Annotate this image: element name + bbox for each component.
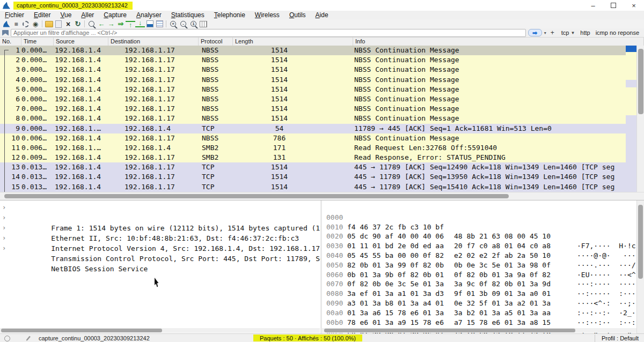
hex-row[interactable]: 00a0 78 e6 01 3a a9 15 78 e6 15 78 e6 15… (322, 299, 644, 308)
column-header[interactable]: Protocol (199, 38, 233, 46)
go-forward-icon[interactable] (106, 20, 116, 28)
packet-row[interactable]: 9 0.000… 192.168.1.… 192.168.1.4 TCP 54 … (0, 124, 626, 133)
hex-row[interactable]: 0090 01 3a a6 15 78 e6 01 3a a7 15 78 e6… (322, 289, 644, 299)
hex-row[interactable]: 00c0 15 78 e6 15 78 f1 01 3a af 15 78 e6… (322, 318, 644, 328)
expand-arrow-icon[interactable] (2, 223, 6, 233)
hex-row[interactable]: 0000 f4 46 37 2c fb c3 10 bf 48 8b 21 63… (322, 203, 644, 213)
scrollbar-thumb[interactable] (638, 49, 643, 114)
hex-row[interactable]: 0040 82 0b 01 3a 99 0f 82 0b 0f 82 0b 01… (322, 241, 644, 251)
scrollbar-thumb[interactable] (324, 329, 575, 332)
packet-row[interactable]: 1 0.000… 192.168.1.4 192.168.1.17 NBSS 1… (0, 46, 626, 55)
menu-item[interactable]: Editer (29, 11, 55, 19)
expand-arrow-icon[interactable] (2, 213, 6, 223)
detail-horizontal-scrollbar[interactable] (0, 328, 320, 333)
intelligent-scrollbar-minimap[interactable] (626, 46, 636, 192)
column-header[interactable]: No. (0, 38, 21, 46)
scrollbar-thumb[interactable] (4, 194, 509, 198)
apply-filter-button[interactable]: ➡ (528, 29, 542, 36)
stop-capture-icon[interactable] (11, 20, 21, 28)
filter-shortcut-button[interactable]: tcp ▼ (559, 29, 578, 36)
menu-item[interactable]: Fichier (0, 11, 29, 19)
expert-info-icon[interactable] (4, 336, 10, 341)
capture-options-icon[interactable] (21, 20, 31, 28)
packet-row[interactable]: 10 0.006… 192.168.1.4 192.168.1.17 NBSS … (0, 133, 626, 143)
scrollbar-thumb[interactable] (638, 205, 643, 279)
display-filter-input[interactable] (11, 29, 526, 37)
packet-row[interactable]: 3 0.000… 192.168.1.4 192.168.1.17 NBSS 1… (0, 65, 626, 75)
hex-horizontal-scrollbar[interactable] (322, 328, 636, 333)
column-header[interactable]: Destination (108, 38, 199, 46)
zoom-out-icon[interactable] (180, 21, 186, 27)
hex-vertical-scrollbar[interactable] (636, 200, 644, 334)
auto-scroll-icon[interactable] (145, 20, 155, 28)
close-button[interactable]: × (624, 0, 644, 11)
reload-file-icon[interactable] (73, 20, 83, 28)
expand-arrow-icon[interactable] (2, 203, 6, 213)
packet-list-horizontal-scrollbar[interactable] (0, 192, 644, 200)
packet-row[interactable]: 13 0.013… 192.168.1.4 192.168.1.17 TCP 1… (0, 162, 626, 172)
column-header[interactable]: Info (353, 38, 644, 46)
resize-columns-icon[interactable] (199, 20, 208, 28)
hex-row[interactable]: 00b0 e6 01 3a ab 01 3a ac 01 3a ae 15 78… (322, 308, 644, 318)
go-first-packet-icon[interactable] (126, 21, 135, 28)
hex-row[interactable]: 0060 0f 82 0b 0e 3c 5e 01 3a 9f 01 3b 09… (322, 261, 644, 270)
menu-item[interactable]: Wireless (250, 11, 284, 19)
column-header[interactable]: Source (54, 38, 108, 46)
add-filter-button[interactable]: + (548, 29, 557, 36)
save-file-icon[interactable] (54, 20, 63, 28)
packet-row[interactable]: 7 0.000… 192.168.1.4 192.168.1.17 NBSS 1… (0, 104, 626, 114)
column-header[interactable]: Time (21, 38, 54, 46)
open-file-icon[interactable] (44, 20, 54, 28)
menu-item[interactable]: Outils (284, 11, 311, 19)
zoom-reset-icon[interactable] (191, 21, 196, 27)
filter-history-caret-icon[interactable]: ▾ (544, 31, 546, 35)
menu-item[interactable]: Telephonie (209, 11, 250, 19)
menu-item[interactable]: Statistiques (166, 11, 209, 19)
maximize-button[interactable] (603, 0, 624, 11)
hex-row[interactable]: 0030 05 45 55 ba 00 00 0f 82 0b 0e 3c 5e… (322, 232, 644, 241)
packet-row[interactable]: 8 0.000… 192.168.1.4 192.168.1.17 NBSS 1… (0, 114, 626, 123)
profile-status[interactable]: Profil : Default (595, 334, 644, 342)
go-to-packet-icon[interactable] (116, 20, 126, 28)
filter-bookmark-icon[interactable] (2, 30, 9, 36)
menu-item[interactable]: Analyser (131, 11, 166, 19)
hex-row[interactable]: 0080 a3 01 3a b8 01 3a a4 01 3a b2 01 3a… (322, 279, 644, 289)
hex-row[interactable]: 0070 3a ef 01 3a a1 01 3a d3 0e 32 5f 01… (322, 270, 644, 280)
packet-row[interactable]: 12 0.009… 192.168.1.4 192.168.1.17 SMB2 … (0, 153, 626, 162)
hex-row[interactable]: 0010 05 dc 90 af 40 00 40 06 20 f7 c0 a8… (322, 213, 644, 222)
start-capture-icon[interactable] (2, 20, 11, 28)
packet-row[interactable]: 15 0.013… 192.168.1.4 192.168.1.17 TCP 1… (0, 182, 626, 192)
packet-row[interactable]: 4 0.000… 192.168.1.4 192.168.1.17 NBSS 1… (0, 75, 626, 85)
go-back-icon[interactable] (97, 20, 106, 28)
filter-shortcut-button[interactable]: http ▼ (577, 29, 592, 36)
colorize-icon[interactable] (155, 20, 164, 28)
hex-row[interactable]: 0050 0b 01 3a 9b 0f 82 0b 01 3a 9c 0f 82… (322, 251, 644, 261)
capture-comment-icon[interactable] (26, 336, 31, 341)
expand-arrow-icon[interactable] (2, 233, 6, 243)
detail-tree-row[interactable]: Ethernet II, Src: 10:bf:48:8b:21:63, Dst… (0, 213, 320, 223)
expand-arrow-icon[interactable] (2, 243, 6, 254)
packet-row[interactable]: 2 0.000… 192.168.1.4 192.168.1.17 NBSS 1… (0, 55, 626, 65)
go-last-packet-icon[interactable] (135, 20, 145, 27)
packet-row[interactable]: 11 0.006… 192.168.1.… 192.168.1.4 SMB2 1… (0, 143, 626, 153)
packet-row[interactable]: 14 0.013… 192.168.1.4 192.168.1.17 TCP 1… (0, 172, 626, 182)
packet-row[interactable]: 5 0.000… 192.168.1.4 192.168.1.17 NBSS 1… (0, 85, 626, 94)
close-file-icon[interactable] (63, 20, 73, 28)
detail-tree-row[interactable]: NetBIOS Session Service (0, 243, 320, 254)
detail-tree-row[interactable]: Transmission Control Protocol, Src Port:… (0, 233, 320, 243)
column-header[interactable]: Length (233, 38, 353, 46)
detail-tree-row[interactable]: Internet Protocol Version 4, Src: 192.16… (0, 223, 320, 233)
menu-item[interactable]: Vue (55, 11, 76, 19)
menu-item[interactable]: Aller (76, 11, 99, 19)
restart-capture-icon[interactable] (31, 20, 40, 28)
filter-shortcut-button[interactable]: icmp no reponse ▼ (593, 29, 642, 36)
packet-row[interactable]: 6 0.000… 192.168.1.4 192.168.1.17 NBSS 1… (0, 94, 626, 104)
scrollbar-thumb[interactable] (1, 329, 162, 332)
detail-tree-row[interactable]: Frame 1: 1514 bytes on wire (12112 bits)… (0, 203, 320, 213)
find-packet-icon[interactable] (89, 21, 94, 27)
minimize-button[interactable]: – (583, 0, 603, 11)
menu-item[interactable]: Capture (99, 11, 131, 19)
hex-row[interactable]: 0020 01 11 01 bd 2e 0d ed aa e2 02 e2 2f… (322, 222, 644, 232)
zoom-in-icon[interactable] (170, 21, 176, 27)
packet-list-vertical-scrollbar[interactable] (636, 46, 644, 192)
